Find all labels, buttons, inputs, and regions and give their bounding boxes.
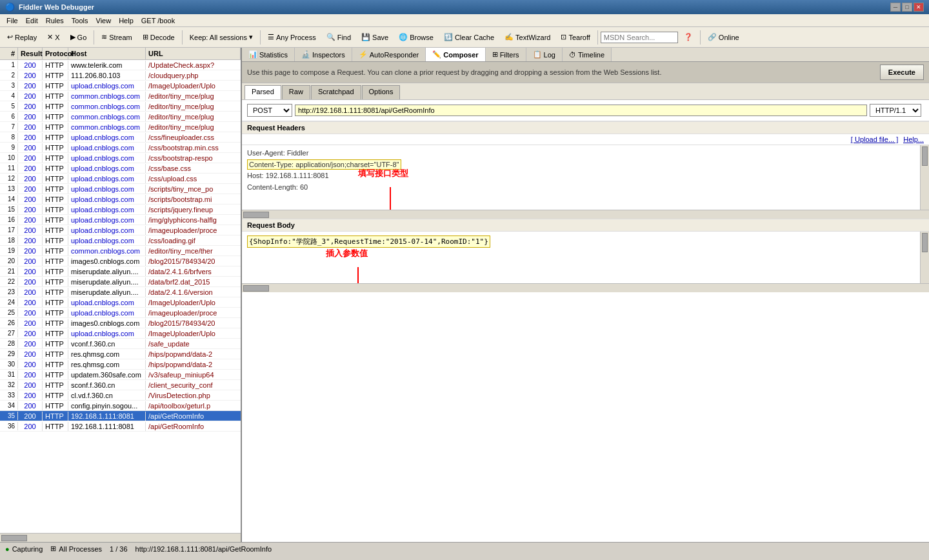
any-process-button[interactable]: ☰ Any Process	[263, 30, 321, 45]
table-row[interactable]: 13 200 HTTP upload.cnblogs.com /scripts/…	[0, 184, 241, 194]
tab-composer[interactable]: ✏️ Composer	[426, 48, 485, 61]
h-scroll-thumb[interactable]	[1, 535, 27, 541]
table-row[interactable]: 35 200 HTTP 192.168.1.111:8081 /api/GetR…	[0, 411, 241, 421]
table-row[interactable]: 25 200 HTTP upload.cnblogs.com /imageupl…	[0, 308, 241, 318]
tab-autoresponder[interactable]: ⚡ AutoResponder	[352, 48, 426, 61]
body-scrollbar[interactable]	[920, 232, 929, 283]
headers-h-scroll-thumb[interactable]	[243, 212, 269, 218]
sep-1	[94, 30, 94, 45]
menu-view[interactable]: View	[92, 16, 115, 25]
body-scroll-thumb[interactable]	[922, 233, 928, 252]
tab-inspectors[interactable]: 🔬 Inspectors	[295, 48, 352, 61]
stream-button[interactable]: ≋ Stream	[97, 30, 136, 45]
row-url: /scripts/jquery.fineup	[146, 205, 241, 214]
table-row[interactable]: 31 200 HTTP updatem.360safe.com /v3/safe…	[0, 370, 241, 380]
find-button[interactable]: 🔍 Find	[322, 30, 355, 45]
menu-help[interactable]: Help	[115, 16, 137, 25]
url-input[interactable]	[295, 105, 867, 116]
table-row[interactable]: 9 200 HTTP upload.cnblogs.com /css/boots…	[0, 143, 241, 153]
go-button[interactable]: ▶ Go	[66, 30, 92, 45]
text-wizard-button[interactable]: ✍ TextWizard	[500, 30, 555, 45]
table-row[interactable]: 34 200 HTTP config.pinyin.sogou... /api/…	[0, 401, 241, 411]
table-row[interactable]: 6 200 HTTP common.cnblogs.com /editor/ti…	[0, 112, 241, 122]
table-row[interactable]: 24 200 HTTP upload.cnblogs.com /ImageUpl…	[0, 297, 241, 308]
table-row[interactable]: 16 200 HTTP upload.cnblogs.com /img/glyp…	[0, 215, 241, 225]
keep-button[interactable]: Keep: All sessions ▾	[185, 30, 257, 45]
row-protocol: HTTP	[43, 185, 68, 194]
headers-scroll-thumb[interactable]	[922, 146, 928, 166]
row-host: vconf.f.360.cn	[68, 339, 146, 348]
table-row[interactable]: 2 200 HTTP 111.206.80.103 /cloudquery.ph…	[0, 70, 241, 81]
table-row[interactable]: 33 200 HTTP cl.vd.f.360.cn /VirusDetecti…	[0, 390, 241, 401]
protocol-select[interactable]: HTTP/1.1 HTTP/1.0	[870, 104, 921, 117]
browse-button[interactable]: 🌐 Browse	[394, 30, 438, 45]
tab-log[interactable]: 📋 Log	[526, 48, 563, 61]
help-link[interactable]: Help...	[903, 135, 924, 143]
tearoff-button[interactable]: ⊡ Tearoff	[556, 30, 594, 45]
minimize-button[interactable]: ─	[890, 3, 901, 12]
row-result: 200	[18, 226, 43, 235]
table-row[interactable]: 26 200 HTTP images0.cnblogs.com /blog201…	[0, 318, 241, 328]
headers-area[interactable]: User-Agent: Fiddler Content-Type: applic…	[242, 145, 920, 210]
table-row[interactable]: 29 200 HTTP res.qhmsg.com /hips/popwnd/d…	[0, 349, 241, 359]
table-row[interactable]: 18 200 HTTP upload.cnblogs.com /css/load…	[0, 235, 241, 246]
menu-get-book[interactable]: GET /book	[137, 16, 179, 25]
table-row[interactable]: 8 200 HTTP upload.cnblogs.com /css/fineu…	[0, 132, 241, 143]
tab-timeline[interactable]: ⏱ Timeline	[563, 48, 612, 61]
table-row[interactable]: 23 200 HTTP miserupdate.aliyun.... /data…	[0, 287, 241, 297]
composer-tab-options[interactable]: Options	[362, 85, 401, 99]
table-row[interactable]: 28 200 HTTP vconf.f.360.cn /safe_update	[0, 339, 241, 349]
table-row[interactable]: 5 200 HTTP common.cnblogs.com /editor/ti…	[0, 101, 241, 112]
table-row[interactable]: 22 200 HTTP miserupdate.aliyun.... /data…	[0, 277, 241, 287]
row-num: 14	[0, 195, 18, 203]
msdn-help-icon[interactable]: ❓	[679, 30, 697, 45]
composer-empty-space	[242, 292, 929, 542]
table-row[interactable]: 11 200 HTTP upload.cnblogs.com /css/base…	[0, 163, 241, 174]
online-button[interactable]: 🔗 Online	[703, 30, 744, 45]
table-row[interactable]: 17 200 HTTP upload.cnblogs.com /imageupl…	[0, 225, 241, 235]
table-row[interactable]: 4 200 HTTP common.cnblogs.com /editor/ti…	[0, 91, 241, 101]
headers-scrollbar[interactable]	[920, 145, 929, 210]
table-row[interactable]: 27 200 HTTP upload.cnblogs.com /ImageUpl…	[0, 328, 241, 339]
table-row[interactable]: 21 200 HTTP miserupdate.aliyun.... /data…	[0, 266, 241, 277]
table-row[interactable]: 19 200 HTTP common.cnblogs.com /editor/t…	[0, 246, 241, 256]
composer-tab-parsed[interactable]: Parsed	[245, 85, 281, 99]
table-row[interactable]: 7 200 HTTP common.cnblogs.com /editor/ti…	[0, 122, 241, 132]
menu-edit[interactable]: Edit	[22, 16, 42, 25]
body-value-highlighted[interactable]: {ShopInfo:"学院路_3",RequestTime:"2015-07-1…	[247, 235, 490, 248]
save-button[interactable]: 💾 Save	[357, 30, 393, 45]
table-row[interactable]: 3 200 HTTP upload.cnblogs.com /ImageUplo…	[0, 81, 241, 91]
execute-button[interactable]: Execute	[880, 65, 924, 80]
table-row[interactable]: 36 200 HTTP 192.168.1.111:8081 /api/GetR…	[0, 421, 241, 432]
headers-h-scroll[interactable]	[242, 210, 929, 219]
table-row[interactable]: 10 200 HTTP upload.cnblogs.com /css/boot…	[0, 153, 241, 163]
body-h-scroll-thumb[interactable]	[243, 285, 269, 292]
menu-file[interactable]: File	[3, 16, 22, 25]
tab-statistics[interactable]: 📊 Statistics	[242, 48, 295, 61]
replay-button[interactable]: ↩ Replay	[3, 30, 41, 45]
composer-tab-scratchpad[interactable]: Scratchpad	[311, 85, 361, 99]
table-row[interactable]: 32 200 HTTP sconf.f.360.cn /client_secur…	[0, 380, 241, 390]
table-row[interactable]: 12 200 HTTP upload.cnblogs.com /css/uplo…	[0, 174, 241, 184]
table-row[interactable]: 15 200 HTTP upload.cnblogs.com /scripts/…	[0, 205, 241, 215]
row-protocol: HTTP	[43, 123, 68, 132]
msdn-search-input[interactable]	[601, 32, 678, 43]
menu-rules[interactable]: Rules	[42, 16, 68, 25]
maximize-button[interactable]: □	[902, 3, 912, 12]
table-row[interactable]: 14 200 HTTP upload.cnblogs.com /scripts/…	[0, 194, 241, 205]
menu-tools[interactable]: Tools	[68, 16, 92, 25]
upload-file-link[interactable]: [ Upload file... ]	[851, 135, 898, 143]
table-row[interactable]: 1 200 HTTP www.telerik.com /UpdateCheck.…	[0, 60, 241, 70]
close-button[interactable]: ✕	[914, 3, 924, 12]
clear-cache-button[interactable]: 🔃 Clear Cache	[439, 30, 499, 45]
method-select[interactable]: POST GET PUT DELETE	[247, 104, 292, 117]
table-row[interactable]: 20 200 HTTP images0.cnblogs.com /blog201…	[0, 256, 241, 266]
row-result: 200	[18, 319, 43, 328]
composer-tab-raw[interactable]: Raw	[282, 85, 310, 99]
decode-button[interactable]: ⊞ Decode	[138, 30, 179, 45]
table-row[interactable]: 30 200 HTTP res.qhmsg.com /hips/popwnd/d…	[0, 359, 241, 370]
x-button[interactable]: ✕ X	[43, 30, 64, 45]
body-h-scroll[interactable]	[242, 283, 929, 292]
horizontal-scrollbar[interactable]	[0, 533, 241, 542]
tab-filters[interactable]: ⊞ Filters	[486, 48, 526, 61]
